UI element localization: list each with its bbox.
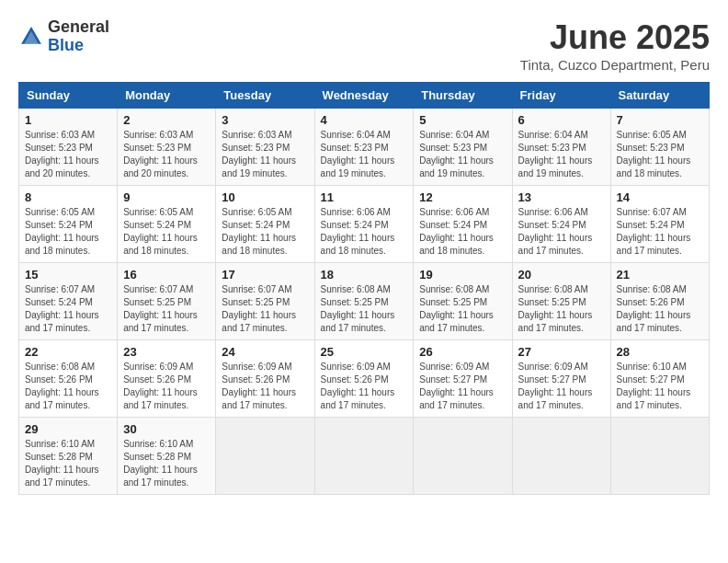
calendar-cell [610,418,709,495]
day-info: Sunrise: 6:06 AMSunset: 5:24 PMDaylight:… [321,206,408,258]
day-info: Sunrise: 6:04 AMSunset: 5:23 PMDaylight:… [518,129,605,180]
location-title: Tinta, Cuzco Department, Peru [520,57,710,73]
day-info: Sunrise: 6:05 AMSunset: 5:24 PMDaylight:… [222,206,308,258]
calendar-cell [512,418,610,495]
day-info: Sunrise: 6:05 AMSunset: 5:24 PMDaylight:… [123,206,210,258]
day-number: 7 [617,113,703,127]
day-info: Sunrise: 6:10 AMSunset: 5:28 PMDaylight:… [123,438,210,489]
day-number: 18 [321,268,408,282]
header-saturday: Saturday [610,83,709,109]
day-number: 14 [617,190,703,204]
day-number: 4 [321,113,408,127]
logo-icon [18,24,44,50]
day-info: Sunrise: 6:04 AMSunset: 5:23 PMDaylight:… [321,129,408,180]
day-info: Sunrise: 6:10 AMSunset: 5:27 PMDaylight:… [617,361,703,412]
calendar-cell: 25Sunrise: 6:09 AMSunset: 5:26 PMDayligh… [314,340,414,418]
calendar-cell: 13Sunrise: 6:06 AMSunset: 5:24 PMDayligh… [512,186,610,263]
day-info: Sunrise: 6:10 AMSunset: 5:28 PMDaylight:… [25,438,111,489]
calendar-cell: 9Sunrise: 6:05 AMSunset: 5:24 PMDaylight… [118,186,216,263]
calendar-cell: 7Sunrise: 6:05 AMSunset: 5:23 PMDaylight… [610,109,709,186]
calendar-cell: 26Sunrise: 6:09 AMSunset: 5:27 PMDayligh… [414,340,512,418]
day-info: Sunrise: 6:08 AMSunset: 5:26 PMDaylight:… [617,283,703,335]
day-info: Sunrise: 6:09 AMSunset: 5:26 PMDaylight:… [222,361,308,412]
day-info: Sunrise: 6:08 AMSunset: 5:25 PMDaylight:… [321,283,408,335]
day-number: 23 [123,345,210,359]
day-info: Sunrise: 6:07 AMSunset: 5:25 PMDaylight:… [222,283,308,335]
day-info: Sunrise: 6:03 AMSunset: 5:23 PMDaylight:… [25,129,111,180]
day-info: Sunrise: 6:07 AMSunset: 5:24 PMDaylight:… [25,283,111,335]
calendar-cell: 19Sunrise: 6:08 AMSunset: 5:25 PMDayligh… [414,263,512,340]
calendar-cell [314,418,414,495]
day-number: 12 [419,190,506,204]
calendar-cell: 5Sunrise: 6:04 AMSunset: 5:23 PMDaylight… [414,109,512,186]
calendar-cell: 15Sunrise: 6:07 AMSunset: 5:24 PMDayligh… [19,263,118,340]
calendar-cell: 10Sunrise: 6:05 AMSunset: 5:24 PMDayligh… [216,186,314,263]
calendar-week-1: 1Sunrise: 6:03 AMSunset: 5:23 PMDaylight… [19,109,710,186]
header-tuesday: Tuesday [216,83,314,109]
day-info: Sunrise: 6:07 AMSunset: 5:25 PMDaylight:… [123,283,210,335]
day-info: Sunrise: 6:05 AMSunset: 5:24 PMDaylight:… [25,206,111,258]
calendar-cell: 18Sunrise: 6:08 AMSunset: 5:25 PMDayligh… [314,263,414,340]
header-thursday: Thursday [414,83,512,109]
title-area: June 2025 Tinta, Cuzco Department, Peru [520,18,710,73]
calendar-table: SundayMondayTuesdayWednesdayThursdayFrid… [18,82,710,495]
day-number: 11 [321,190,408,204]
header-friday: Friday [512,83,610,109]
calendar-cell: 3Sunrise: 6:03 AMSunset: 5:23 PMDaylight… [216,109,314,186]
day-number: 13 [518,190,605,204]
month-title: June 2025 [520,18,710,57]
day-info: Sunrise: 6:07 AMSunset: 5:24 PMDaylight:… [617,206,703,258]
calendar-cell: 20Sunrise: 6:08 AMSunset: 5:25 PMDayligh… [512,263,610,340]
day-number: 27 [518,345,605,359]
day-info: Sunrise: 6:03 AMSunset: 5:23 PMDaylight:… [123,129,210,180]
header-monday: Monday [118,83,216,109]
day-info: Sunrise: 6:09 AMSunset: 5:27 PMDaylight:… [419,361,506,412]
calendar-cell [216,418,314,495]
day-number: 22 [25,345,111,359]
day-number: 8 [25,190,111,204]
calendar-cell: 17Sunrise: 6:07 AMSunset: 5:25 PMDayligh… [216,263,314,340]
day-number: 17 [222,268,308,282]
day-number: 1 [25,113,111,127]
day-number: 3 [222,113,308,127]
day-info: Sunrise: 6:05 AMSunset: 5:23 PMDaylight:… [617,129,703,180]
calendar-cell: 12Sunrise: 6:06 AMSunset: 5:24 PMDayligh… [414,186,512,263]
calendar-cell: 24Sunrise: 6:09 AMSunset: 5:26 PMDayligh… [216,340,314,418]
calendar-cell: 2Sunrise: 6:03 AMSunset: 5:23 PMDaylight… [118,109,216,186]
calendar-cell: 11Sunrise: 6:06 AMSunset: 5:24 PMDayligh… [314,186,414,263]
calendar-cell: 23Sunrise: 6:09 AMSunset: 5:26 PMDayligh… [118,340,216,418]
day-number: 20 [518,268,605,282]
day-info: Sunrise: 6:03 AMSunset: 5:23 PMDaylight:… [222,129,308,180]
day-number: 30 [123,422,210,436]
calendar-cell: 14Sunrise: 6:07 AMSunset: 5:24 PMDayligh… [610,186,709,263]
day-number: 21 [617,268,703,282]
logo: General Blue [18,18,109,55]
day-number: 24 [222,345,308,359]
logo-text: General Blue [48,18,109,55]
calendar-header-row: SundayMondayTuesdayWednesdayThursdayFrid… [19,83,710,109]
calendar-cell: 28Sunrise: 6:10 AMSunset: 5:27 PMDayligh… [610,340,709,418]
day-info: Sunrise: 6:04 AMSunset: 5:23 PMDaylight:… [419,129,506,180]
day-info: Sunrise: 6:09 AMSunset: 5:26 PMDaylight:… [123,361,210,412]
calendar-cell: 29Sunrise: 6:10 AMSunset: 5:28 PMDayligh… [19,418,118,495]
calendar-cell: 4Sunrise: 6:04 AMSunset: 5:23 PMDaylight… [314,109,414,186]
calendar-week-5: 29Sunrise: 6:10 AMSunset: 5:28 PMDayligh… [19,418,710,495]
day-number: 9 [123,190,210,204]
calendar-week-4: 22Sunrise: 6:08 AMSunset: 5:26 PMDayligh… [19,340,710,418]
day-number: 16 [123,268,210,282]
calendar-cell: 22Sunrise: 6:08 AMSunset: 5:26 PMDayligh… [19,340,118,418]
day-info: Sunrise: 6:08 AMSunset: 5:25 PMDaylight:… [419,283,506,335]
header-wednesday: Wednesday [314,83,414,109]
day-number: 6 [518,113,605,127]
day-info: Sunrise: 6:09 AMSunset: 5:27 PMDaylight:… [518,361,605,412]
day-number: 25 [321,345,408,359]
day-number: 29 [25,422,111,436]
page-header: General Blue June 2025 Tinta, Cuzco Depa… [18,18,710,73]
calendar-cell: 6Sunrise: 6:04 AMSunset: 5:23 PMDaylight… [512,109,610,186]
calendar-cell: 21Sunrise: 6:08 AMSunset: 5:26 PMDayligh… [610,263,709,340]
header-sunday: Sunday [19,83,118,109]
day-info: Sunrise: 6:06 AMSunset: 5:24 PMDaylight:… [419,206,506,258]
calendar-cell [414,418,512,495]
calendar-week-2: 8Sunrise: 6:05 AMSunset: 5:24 PMDaylight… [19,186,710,263]
calendar-week-3: 15Sunrise: 6:07 AMSunset: 5:24 PMDayligh… [19,263,710,340]
